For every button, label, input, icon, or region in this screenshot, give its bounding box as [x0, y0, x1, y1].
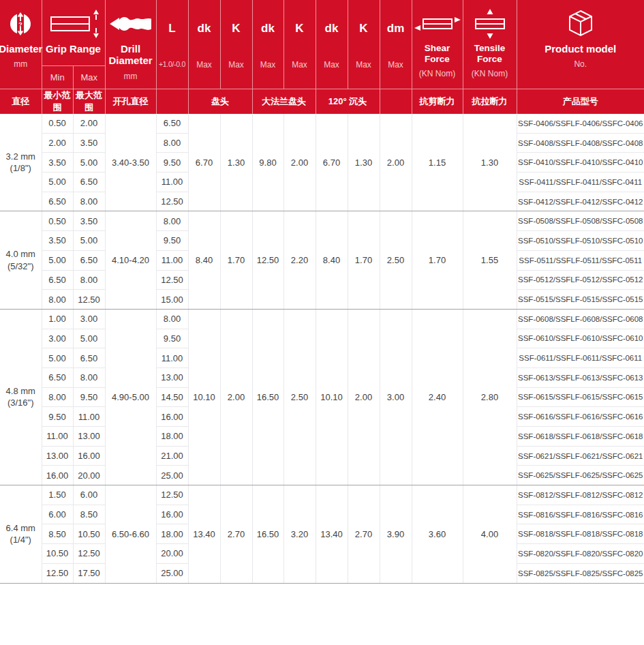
length-cell: 12.50: [156, 270, 188, 290]
flange-k-cell: 2.00: [283, 114, 316, 211]
drill-diameter-cell: 3.40-3.50: [105, 114, 156, 211]
grip-max-cell: 6.50: [73, 250, 105, 270]
length-cell: 12.50: [156, 485, 188, 505]
flange-k-cell: 2.50: [283, 309, 316, 485]
length-cell: 11.00: [156, 348, 188, 368]
flange-k-cell: 3.20: [283, 485, 316, 583]
grip-max-cell: 17.50: [73, 563, 105, 583]
product-model-cell: SSF-0625/SSFLF-0625/SSFC-0625: [517, 466, 644, 485]
csk-dk-cell: 13.40: [316, 485, 348, 583]
grip-min-cell: 0.50: [42, 114, 73, 133]
shear-force-icon: [413, 7, 462, 41]
tensile-force-cell: 1.55: [463, 211, 517, 309]
grip-max-cell: 8.50: [73, 505, 105, 524]
grip-min-cell: 5.00: [42, 172, 73, 192]
zh-dm: [380, 89, 412, 115]
col-csk-dk: dk Max: [316, 0, 348, 89]
diameter-cell: 3.2 mm(1/8"): [0, 114, 42, 211]
grip-min-cell: 6.50: [42, 192, 73, 211]
length-cell: 11.00: [156, 250, 188, 270]
pan-k-cell: 2.70: [220, 485, 252, 583]
col-shear-force: Shear Force (KN Nom): [412, 0, 463, 89]
product-model-cell: SSF-0515/SSFLF-0515/SSFC-0515: [517, 290, 644, 310]
zh-csk-head: 120° 沉头: [316, 89, 380, 115]
tensile-force-cell: 2.80: [463, 309, 517, 485]
shear-force-cell: 1.70: [412, 211, 463, 309]
grip-max-cell: 2.00: [73, 114, 105, 133]
length-cell: 15.00: [156, 290, 188, 310]
zh-drill: 开孔直径: [105, 89, 156, 115]
grip-max-cell: 6.00: [73, 485, 105, 505]
grip-min-cell: 2.00: [42, 133, 73, 153]
product-model-cell: SSF-0512/SSFLF-0512/SSFC-0512: [517, 270, 644, 290]
drill-diameter-cell: 6.50-6.60: [105, 485, 156, 583]
pan-k-cell: 1.30: [220, 114, 252, 211]
length-cell: 21.00: [156, 446, 188, 466]
length-cell: 8.00: [156, 211, 188, 231]
product-model-cell: SSF-0408/SSFLF-0408/SSFC-0408: [517, 133, 644, 153]
grip-min-cell: 5.00: [42, 348, 73, 368]
grip-min-cell: 8.00: [42, 290, 73, 310]
product-box-icon: [566, 7, 596, 41]
zh-length: [156, 89, 188, 115]
table-header: ? Diameter mm: [0, 0, 644, 114]
product-model-cell: SSF-0621/SSFLF-0621/SSFC-0621: [517, 446, 644, 466]
length-symbol: L: [157, 22, 188, 35]
grip-max-cell: 8.00: [73, 368, 105, 387]
zh-grip-min: 最小范围: [42, 89, 73, 115]
product-model-cell: SSF-0610/SSFLF-0610/SSFC-0610: [517, 329, 644, 348]
length-cell: 13.00: [156, 368, 188, 387]
grip-max-label: Max: [73, 66, 105, 89]
grip-max-cell: 6.50: [73, 348, 105, 368]
csk-dk-cell: 6.70: [316, 114, 348, 211]
grip-max-cell: 9.50: [73, 387, 105, 407]
grip-min-cell: 10.50: [42, 544, 73, 564]
flange-dk-cell: 16.50: [252, 485, 283, 583]
csk-dk-cell: 8.40: [316, 211, 348, 309]
table-row: 3.2 mm(1/8")0.502.003.40-3.506.506.701.3…: [0, 114, 644, 133]
grip-max-cell: 12.50: [73, 290, 105, 310]
grip-max-cell: 3.00: [73, 309, 105, 329]
length-cell: 18.00: [156, 524, 188, 544]
header-row-zh: 直径 最小范围 最大范围 开孔直径 盘头 大法兰盘头 120° 沉头 抗剪断力 …: [0, 89, 644, 115]
col-product-model: Product model No.: [517, 0, 644, 89]
zh-diameter: 直径: [0, 89, 42, 115]
diameter-icon: ?: [7, 7, 34, 41]
length-cell: 9.50: [156, 231, 188, 251]
col-dm: dm Max: [380, 0, 412, 89]
zh-grip-max: 最大范围: [73, 89, 105, 115]
drill-icon: [108, 7, 153, 41]
grip-range-icon: [44, 7, 103, 41]
product-model-cell: SSF-0820/SSFLF-0820/SSFC-0820: [517, 544, 644, 564]
col-pan-k: K Max: [220, 0, 252, 89]
product-model-label: Product model: [545, 43, 616, 55]
grip-min-label: Min: [42, 66, 74, 89]
csk-dk-cell: 10.10: [316, 309, 348, 485]
zh-pan-head: 盘头: [188, 89, 252, 115]
grip-min-cell: 1.50: [42, 485, 73, 505]
csk-k-cell: 2.70: [348, 485, 380, 583]
col-csk-k: K Max: [348, 0, 380, 89]
length-cell: 6.50: [156, 114, 188, 133]
length-cell: 8.00: [156, 133, 188, 153]
length-cell: 18.00: [156, 427, 188, 447]
grip-max-cell: 12.50: [73, 544, 105, 564]
grip-min-cell: 13.00: [42, 446, 73, 466]
length-cell: 14.50: [156, 387, 188, 407]
drill-diameter-cell: 4.90-5.00: [105, 309, 156, 485]
flange-dk-cell: 12.50: [252, 211, 283, 309]
product-model-cell: SSF-0616/SSFLF-0616/SSFC-0616: [517, 407, 644, 427]
table-row: 4.0 mm(5/32")0.503.504.10-4.208.008.401.…: [0, 211, 644, 231]
pan-k-cell: 2.00: [220, 309, 252, 485]
diameter-unit: mm: [14, 59, 27, 69]
length-cell: 25.00: [156, 466, 188, 485]
header-row-en: ? Diameter mm: [0, 0, 644, 89]
grip-max-cell: 8.00: [73, 270, 105, 290]
length-cell: 9.50: [156, 329, 188, 348]
product-model-cell: SSF-0411/SSFLF-0411/SSFC-0411: [517, 172, 644, 192]
grip-min-cell: 9.50: [42, 407, 73, 427]
grip-max-cell: 5.00: [73, 231, 105, 251]
product-model-cell: SSF-0618/SSFLF-0618/SSFC-0618: [517, 427, 644, 447]
tensile-force-cell: 1.30: [463, 114, 517, 211]
length-cell: 9.50: [156, 153, 188, 172]
